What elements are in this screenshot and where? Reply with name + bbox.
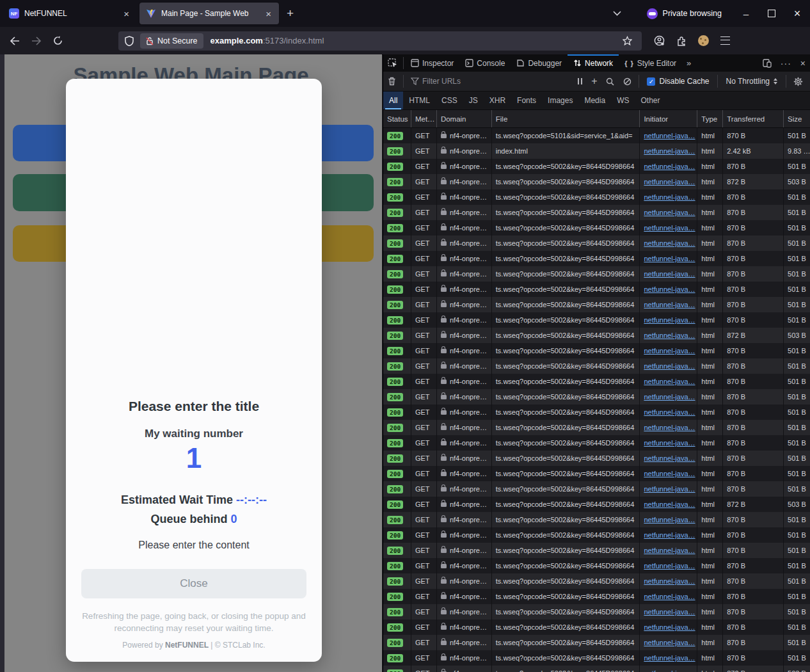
initiator-link[interactable]: netfunnel-java… [644, 454, 695, 462]
network-request-row[interactable]: 200GETnf4-onpre…ts.wseq?opcode=5002&key=… [383, 666, 810, 672]
initiator-link[interactable]: netfunnel-java… [644, 408, 695, 416]
network-request-row[interactable]: 200GETnf4-onpre…ts.wseq?opcode=5002&key=… [383, 205, 810, 220]
initiator-link[interactable]: netfunnel-java… [644, 577, 695, 585]
initiator-link[interactable]: netfunnel-java… [644, 285, 695, 293]
devtools-menu-icon[interactable]: ··· [776, 58, 796, 68]
app-menu-icon[interactable] [715, 36, 736, 45]
devtools-tab-style-editor[interactable]: { } Style Editor [619, 54, 682, 72]
network-request-row[interactable]: 200GETnf4-onpre…ts.wseq?opcode=5002&key=… [383, 404, 810, 420]
network-request-row[interactable]: 200GETnf4-onpre…ts.wseq?opcode=5002&key=… [383, 558, 810, 573]
devtools-tab-inspector[interactable]: Inspector [405, 54, 459, 72]
column-header-file[interactable]: File [492, 110, 640, 127]
initiator-link[interactable]: netfunnel-java… [644, 424, 695, 431]
initiator-link[interactable]: netfunnel-java… [644, 178, 695, 186]
initiator-link[interactable]: netfunnel-java… [644, 163, 695, 170]
network-request-row[interactable]: 200GETnf4-onpre…ts.wseq?opcode=5002&key=… [383, 466, 810, 481]
network-request-row[interactable]: 200GETnf4-onpre…ts.wseq?opcode=5002&key=… [383, 220, 810, 236]
initiator-link[interactable]: netfunnel-java… [644, 270, 695, 278]
initiator-link[interactable]: netfunnel-java… [644, 193, 695, 201]
network-request-row[interactable]: 200GETnf4-onpre…ts.wseq?opcode=5002&key=… [383, 543, 810, 558]
filter-tab-images[interactable]: Images [542, 92, 578, 109]
network-request-row[interactable]: 200GETnf4-onpre…index.htmlnetfunnel-java… [383, 143, 810, 159]
bookmark-star-icon[interactable] [617, 36, 638, 45]
network-request-row[interactable]: 200GETnf4-onpre…ts.wseq?opcode=5002&key=… [383, 189, 810, 205]
initiator-link[interactable]: netfunnel-java… [644, 485, 695, 493]
initiator-link[interactable]: netfunnel-java… [644, 593, 695, 600]
column-header-met[interactable]: Met… [411, 110, 437, 127]
initiator-link[interactable]: netfunnel-java… [644, 623, 695, 631]
network-request-row[interactable]: 200GETnf4-onpre…ts.wseq?opcode=5002&key=… [383, 159, 810, 174]
url-bar[interactable]: Not Secure example.com:5173/index.html [118, 31, 642, 51]
cookie-extension-icon[interactable] [692, 35, 715, 46]
forward-button[interactable] [26, 36, 47, 45]
new-tab-button[interactable]: + [279, 1, 301, 26]
initiator-link[interactable]: netfunnel-java… [644, 439, 695, 447]
not-secure-chip[interactable]: Not Secure [140, 33, 203, 49]
network-request-row[interactable]: 200GETnf4-onpre…ts.wseq?opcode=5002&key=… [383, 266, 810, 282]
responsive-design-mode-icon[interactable] [758, 59, 776, 68]
initiator-link[interactable]: netfunnel-java… [644, 393, 695, 401]
network-request-row[interactable]: 200GETnf4-onpre…ts.wseq?opcode=5002&key=… [383, 527, 810, 543]
network-request-row[interactable]: 200GETnf4-onpre…ts.wseq?opcode=5002&key=… [383, 451, 810, 466]
extensions-icon[interactable] [671, 36, 692, 46]
initiator-link[interactable]: netfunnel-java… [644, 255, 695, 262]
initiator-link[interactable]: netfunnel-java… [644, 654, 695, 662]
pause-recording-icon[interactable] [573, 78, 587, 84]
tab-close-icon[interactable]: × [263, 8, 274, 20]
network-request-row[interactable]: 200GETnf4-onpre…ts.wseq?opcode=5002&key=… [383, 512, 810, 527]
initiator-link[interactable]: netfunnel-java… [644, 209, 695, 216]
network-request-row[interactable]: 200GETnf4-onpre…ts.wseq?opcode=5002&key=… [383, 174, 810, 189]
initiator-link[interactable]: netfunnel-java… [644, 516, 695, 524]
network-request-row[interactable]: 200GETnf4-onpre…ts.wseq?opcode=5002&key=… [383, 573, 810, 589]
initiator-link[interactable]: netfunnel-java… [644, 608, 695, 616]
initiator-link[interactable]: netfunnel-java… [644, 531, 695, 539]
shield-icon[interactable] [122, 36, 136, 46]
filter-tab-fonts[interactable]: Fonts [511, 92, 542, 109]
initiator-link[interactable]: netfunnel-java… [644, 669, 695, 672]
column-header-type[interactable]: Type [697, 110, 723, 127]
network-request-row[interactable]: 200GETnf4-onpre…ts.wseq?opcode=5002&key=… [383, 435, 810, 451]
close-modal-button[interactable]: Close [81, 569, 306, 598]
new-request-icon[interactable]: + [587, 76, 601, 87]
tab-netfunnel[interactable]: NF NetFUNNEL × [3, 3, 137, 24]
initiator-link[interactable]: netfunnel-java… [644, 547, 695, 554]
initiator-link[interactable]: netfunnel-java… [644, 562, 695, 570]
network-request-row[interactable]: 200GETnf4-onpre…ts.wseq?opcode=5002&key=… [383, 604, 810, 620]
tab-main-page[interactable]: Main Page - Sample Web × [139, 3, 279, 24]
devtools-tab-console[interactable]: Console [459, 54, 511, 72]
column-header-initiator[interactable]: Initiator [640, 110, 697, 127]
filter-urls-input[interactable]: Filter URLs [422, 77, 573, 86]
filter-tab-media[interactable]: Media [578, 92, 611, 109]
network-request-row[interactable]: 200GETnf4-onpre…ts.wseq?opcode=5101&sid=… [383, 128, 810, 143]
account-icon[interactable] [648, 35, 671, 46]
initiator-link[interactable]: netfunnel-java… [644, 470, 695, 477]
devtools-close-icon[interactable]: × [796, 58, 810, 68]
list-all-tabs-chevron-icon[interactable] [607, 11, 628, 16]
network-request-row[interactable]: 200GETnf4-onpre…ts.wseq?opcode=5002&key=… [383, 497, 810, 512]
network-request-row[interactable]: 200GETnf4-onpre…ts.wseq?opcode=5002&key=… [383, 312, 810, 328]
network-settings-gear-icon[interactable] [789, 77, 807, 86]
network-request-row[interactable]: 200GETnf4-onpre…ts.wseq?opcode=5002&key=… [383, 282, 810, 297]
initiator-link[interactable]: netfunnel-java… [644, 239, 695, 247]
initiator-link[interactable]: netfunnel-java… [644, 224, 695, 232]
column-header-status[interactable]: Status [383, 110, 411, 127]
initiator-link[interactable]: netfunnel-java… [644, 301, 695, 308]
devtools-tab-debugger[interactable]: Debugger [511, 54, 568, 72]
minimize-button[interactable]: – [733, 0, 759, 27]
network-request-row[interactable]: 200GETnf4-onpre…ts.wseq?opcode=5002&key=… [383, 251, 810, 266]
close-window-button[interactable]: × [784, 0, 810, 27]
more-tabs-chevron-icon[interactable]: » [682, 54, 695, 72]
network-request-row[interactable]: 200GETnf4-onpre…ts.wseq?opcode=5002&key=… [383, 328, 810, 343]
initiator-link[interactable]: netfunnel-java… [644, 500, 695, 508]
network-request-row[interactable]: 200GETnf4-onpre…ts.wseq?opcode=5002&key=… [383, 343, 810, 358]
filter-tab-all[interactable]: All [383, 92, 403, 109]
initiator-link[interactable]: netfunnel-java… [644, 332, 695, 339]
maximize-button[interactable] [759, 0, 784, 27]
initiator-link[interactable]: netfunnel-java… [644, 362, 695, 370]
request-blocking-icon[interactable] [619, 77, 636, 86]
throttling-dropdown[interactable]: No Throttling [720, 77, 783, 86]
filter-tab-ws[interactable]: WS [611, 92, 635, 109]
network-request-row[interactable]: 200GETnf4-onpre…ts.wseq?opcode=5002&key=… [383, 620, 810, 635]
initiator-link[interactable]: netfunnel-java… [644, 347, 695, 355]
clear-requests-icon[interactable] [383, 77, 401, 86]
